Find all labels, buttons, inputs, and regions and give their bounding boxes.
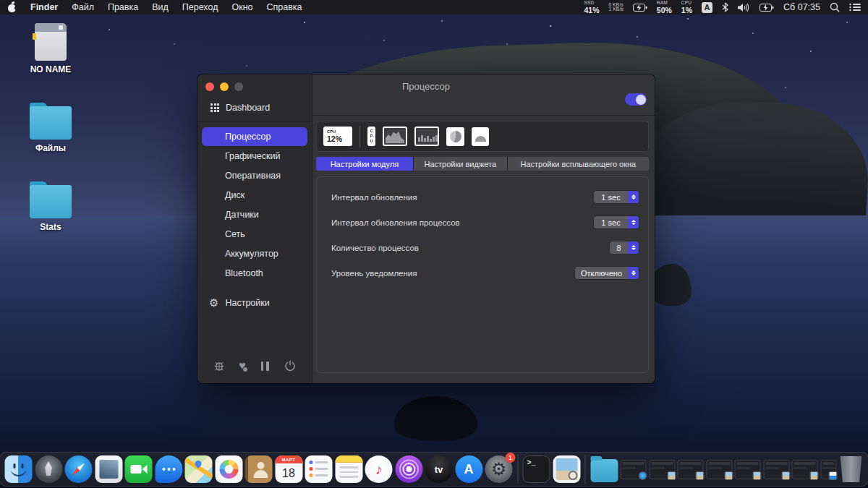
widget-preview-gauge[interactable] [472,127,489,146]
donate-heart-icon[interactable]: ♥ [239,360,246,372]
dock-icon-tv[interactable]: tv [425,455,453,483]
module-header [312,74,655,116]
widget-preview-bar-chart[interactable] [414,127,439,146]
menu-help[interactable]: Справка [267,2,302,12]
pause-icon[interactable] [260,361,271,371]
sidebar-item-sensors[interactable]: Датчики [202,205,307,224]
widget-preview-pie-chart[interactable] [446,127,464,146]
dock-icon-terminal[interactable]: >_ [523,455,550,483]
minimized-window-thumbnail[interactable] [678,460,704,479]
widget-preview-line-chart[interactable] [383,127,407,146]
menu-go[interactable]: Переход [182,2,218,12]
dock-icon-notes[interactable] [335,455,362,483]
calendar-day: 18 [275,463,302,483]
dock-icon-photos[interactable] [215,455,242,483]
sidebar-item-cpu[interactable]: Процессор [202,127,307,146]
stepper-icon[interactable] [628,216,639,228]
minimized-window-thumbnail[interactable] [649,460,675,479]
dock-icon-mail[interactable] [95,455,122,483]
statusbar-network[interactable]: 0 KB/s 1 KB/s [608,3,623,12]
sidebar-item-settings[interactable]: ⚙ Настройки [197,288,312,308]
bug-report-icon[interactable] [213,360,225,372]
sidebar-item-dashboard[interactable]: Dashboard [197,91,312,122]
widget-preview-vertical-label[interactable]: CPU [367,127,375,146]
menu-app-name[interactable]: Finder [30,2,58,12]
tab-popup-settings[interactable]: Настройки всплывающего окна [508,157,649,171]
dock-icon-safari[interactable] [65,455,93,483]
folder-icon [30,185,72,218]
dock-icon-maps[interactable] [185,455,213,483]
menu-edit[interactable]: Правка [108,2,138,12]
menu-view[interactable]: Вид [152,2,169,12]
statusbar-ram[interactable]: RAM 50% [657,1,672,14]
spotlight-search-icon[interactable] [830,2,840,12]
statusbar-cpu[interactable]: CPU 1% [681,1,692,14]
dashboard-grid-icon [210,103,219,112]
bluetooth-icon[interactable] [722,2,728,12]
close-button[interactable] [205,82,214,91]
stepper-icon[interactable] [628,241,639,254]
dock-icon-system-preferences[interactable]: ⚙1 [485,455,513,483]
sidebar-item-battery[interactable]: Аккумулятор [202,244,307,263]
dock-icon-appstore[interactable]: A [455,455,482,483]
statusbar-ssd[interactable]: SSD 41% [584,1,599,14]
menubar-clock[interactable]: Сб 07:35 [783,2,820,12]
minimized-window-thumbnail[interactable] [763,460,789,479]
input-source-icon[interactable]: A [702,2,712,13]
dock-trash-icon[interactable] [839,456,864,482]
dock-icon-calendar[interactable]: МАРТ 18 [275,455,302,483]
dock-icon-music[interactable]: ♪ [365,455,393,483]
dock-icon-launchpad[interactable] [35,455,62,483]
tab-widget-settings[interactable]: Настройки виджета [414,157,507,171]
dock-downloads-folder[interactable] [590,459,618,482]
stepper-icon[interactable] [628,191,639,203]
sidebar-item-bluetooth[interactable]: Bluetooth [202,264,307,283]
menu-window[interactable]: Окно [231,2,252,12]
stats-menu-list-icon[interactable] [849,3,861,12]
notification-level-dropdown[interactable]: Отключено [575,267,639,279]
appstore-glyph: A [464,462,474,477]
battery-charging-icon[interactable] [633,4,647,12]
minimized-window-thumbnail[interactable] [820,460,836,479]
dock-separator [585,455,586,484]
module-enable-toggle[interactable] [625,93,647,106]
dock-icon-contacts[interactable] [245,455,273,483]
sidebar-item-gpu[interactable]: Графический [202,147,307,166]
desktop-icon-no-name[interactable]: NO NAME [16,23,85,74]
sidebar-item-disk[interactable]: Диск [202,186,307,205]
desktop-icons: NO NAME Файлы Stats [16,23,85,232]
desktop-icon-files[interactable]: Файлы [16,102,85,153]
dock-icon-reminders[interactable] [305,455,333,483]
minimized-window-thumbnail[interactable] [706,460,732,479]
battery-icon[interactable] [760,4,774,12]
sidebar-nav: Процессор Графический Оперативная Диск Д… [197,122,312,283]
setting-row-process-count: Количество процессов 8 [331,235,639,260]
sidebar-item-label: Настройки [225,298,269,308]
tab-module-settings[interactable]: Настройки модуля [316,157,413,171]
sidebar-item-ram[interactable]: Оперативная [202,166,307,185]
desktop-icon-stats[interactable]: Stats [16,181,85,232]
minimize-button[interactable] [220,82,229,91]
power-icon[interactable] [284,360,296,372]
dock-icon-podcasts[interactable] [395,455,422,483]
sidebar-item-network[interactable]: Сеть [202,225,307,244]
dock-icon-facetime[interactable] [125,455,153,483]
notification-badge: 1 [506,453,516,463]
zoom-button[interactable] [234,82,243,91]
minimized-window-thumbnail[interactable] [621,460,647,479]
dock-icon-finder[interactable] [5,455,33,483]
setting-label: Интервал обновления процессов [331,218,460,227]
minimized-window-thumbnail[interactable] [735,460,761,479]
process-interval-dropdown[interactable]: 1 sec [594,216,639,228]
dock-icon-preview[interactable] [553,455,580,483]
update-interval-dropdown[interactable]: 1 sec [594,191,639,203]
dock-icon-messages[interactable] [155,455,182,483]
apple-menu-icon[interactable] [7,2,17,13]
stepper-icon[interactable] [628,267,639,279]
sd-card-icon [35,23,67,61]
menu-file[interactable]: Файл [72,2,94,12]
process-count-dropdown[interactable]: 8 [610,241,639,254]
volume-icon[interactable] [738,3,750,12]
minimized-window-thumbnail[interactable] [792,460,818,479]
widget-preview-mini[interactable]: CPU 12% [323,127,352,146]
